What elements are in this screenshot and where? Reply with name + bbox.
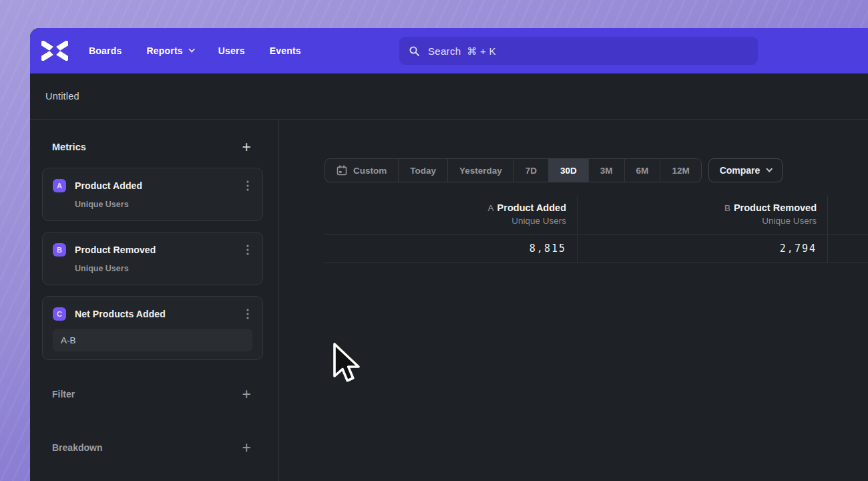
range-label: Yesterday bbox=[459, 166, 502, 176]
add-filter-button[interactable]: + bbox=[242, 387, 251, 401]
app-window: Boards Reports Users Events Untitled Me bbox=[30, 28, 868, 481]
metric-card-a[interactable]: A Product Added Unique Users bbox=[42, 168, 263, 221]
kebab-menu-icon[interactable] bbox=[243, 180, 252, 191]
metric-name: Product Removed bbox=[75, 245, 243, 255]
metric-badge-a: A bbox=[53, 179, 66, 192]
range-label: Today bbox=[410, 166, 436, 176]
report-header: Untitled bbox=[30, 73, 868, 120]
range-7d[interactable]: 7D bbox=[513, 159, 548, 182]
metrics-section-label: Metrics bbox=[52, 142, 86, 152]
search-bar[interactable] bbox=[399, 37, 758, 65]
metric-badge-b: B bbox=[53, 243, 66, 257]
date-range-segmented-control: Custom Today Yesterday 7D 30D 3M 6M 12M bbox=[324, 158, 702, 182]
metric-header-name: Product Added bbox=[497, 202, 566, 213]
metrics-results-table: AProduct Added Unique Users BProduct Rem… bbox=[324, 196, 868, 263]
formula-input[interactable]: A-B bbox=[53, 329, 252, 351]
nav-item-label: Events bbox=[270, 45, 301, 56]
nav-item-label: Users bbox=[218, 45, 245, 56]
metric-name: Product Added bbox=[75, 180, 243, 191]
nav-item-reports[interactable]: Reports bbox=[146, 45, 193, 56]
range-label: 30D bbox=[560, 166, 577, 176]
nav-item-users[interactable]: Users bbox=[218, 45, 245, 56]
metric-name: Net Products Added bbox=[75, 309, 243, 319]
nav-item-events[interactable]: Events bbox=[270, 45, 301, 56]
range-label: 12M bbox=[672, 166, 689, 176]
results-panel: Custom Today Yesterday 7D 30D 3M 6M 12M … bbox=[279, 120, 868, 481]
query-builder-sidebar: Metrics + A Product Added Unique Users bbox=[30, 120, 279, 481]
kebab-menu-icon[interactable] bbox=[243, 309, 252, 319]
search-icon bbox=[409, 45, 420, 57]
metric-header-sub: Unique Users bbox=[588, 216, 817, 226]
range-6m[interactable]: 6M bbox=[624, 159, 660, 182]
table-value-metric-b: 2,794 bbox=[577, 234, 827, 263]
search-input[interactable] bbox=[428, 45, 748, 57]
range-label: 3M bbox=[600, 166, 613, 176]
mixpanel-logo-icon[interactable] bbox=[39, 39, 70, 62]
metric-header-name: Product Removed bbox=[734, 202, 817, 213]
metric-measurement[interactable]: Unique Users bbox=[75, 199, 252, 210]
nav-item-label: Reports bbox=[146, 45, 182, 56]
metric-badge-c: C bbox=[53, 307, 66, 321]
range-yesterday[interactable]: Yesterday bbox=[447, 159, 513, 182]
breakdown-section-label: Breakdown bbox=[52, 442, 102, 453]
filter-section-label: Filter bbox=[52, 389, 75, 399]
metric-card-b[interactable]: B Product Removed Unique Users bbox=[42, 232, 263, 285]
range-label: 6M bbox=[636, 166, 649, 176]
range-30d-selected[interactable]: 30D bbox=[548, 159, 588, 182]
metric-measurement[interactable]: Unique Users bbox=[75, 263, 252, 274]
nav-item-label: Boards bbox=[89, 45, 122, 56]
table-value-metric-a: 8,815 bbox=[324, 234, 577, 263]
table-header-metric-b: BProduct Removed Unique Users bbox=[577, 196, 827, 234]
chevron-down-icon bbox=[188, 46, 195, 53]
metric-card-c[interactable]: C Net Products Added A-B bbox=[42, 296, 263, 360]
metric-letter: B bbox=[724, 203, 730, 213]
range-3m[interactable]: 3M bbox=[588, 159, 624, 182]
nav-menu: Boards Reports Users Events bbox=[89, 45, 301, 56]
nav-item-boards[interactable]: Boards bbox=[89, 45, 122, 56]
table-value-metric-c bbox=[827, 234, 868, 263]
calendar-icon bbox=[337, 165, 347, 176]
metric-letter: A bbox=[488, 203, 494, 213]
compare-button[interactable]: Compare bbox=[708, 158, 783, 182]
range-label: 7D bbox=[525, 166, 537, 176]
table-header-metric-a: AProduct Added Unique Users bbox=[324, 196, 577, 234]
metric-header-sub: Unique Users bbox=[335, 216, 566, 226]
range-12m[interactable]: 12M bbox=[660, 159, 700, 182]
date-toolbar: Custom Today Yesterday 7D 30D 3M 6M 12M … bbox=[324, 158, 783, 182]
compare-label: Compare bbox=[720, 165, 761, 176]
kebab-menu-icon[interactable] bbox=[243, 245, 252, 255]
add-metric-button[interactable]: + bbox=[242, 140, 251, 154]
chevron-down-icon bbox=[767, 166, 773, 172]
desktop-background: Boards Reports Users Events Untitled Me bbox=[0, 0, 868, 481]
table-header-metric-c bbox=[827, 196, 868, 234]
add-breakdown-button[interactable]: + bbox=[242, 441, 251, 454]
report-title[interactable]: Untitled bbox=[45, 91, 79, 102]
top-navbar: Boards Reports Users Events bbox=[30, 28, 868, 73]
range-custom[interactable]: Custom bbox=[325, 159, 398, 182]
range-today[interactable]: Today bbox=[398, 159, 447, 182]
range-label: Custom bbox=[353, 166, 387, 176]
